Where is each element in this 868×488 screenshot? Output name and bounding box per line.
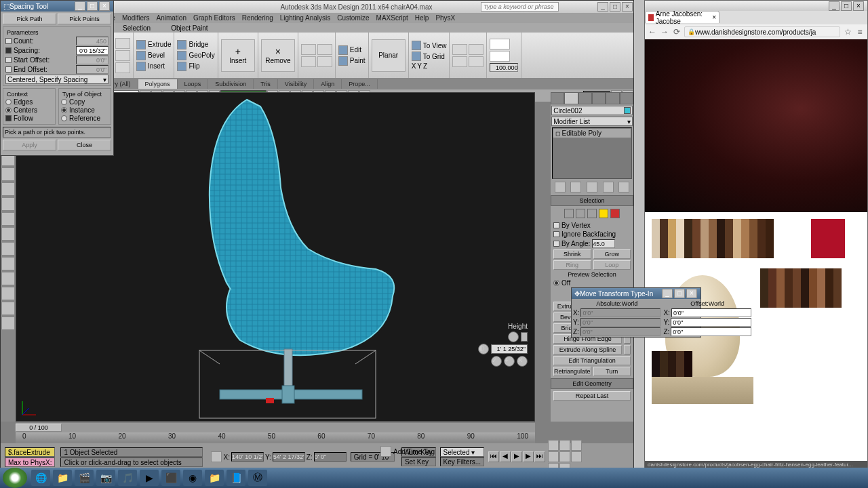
by-angle-spinner[interactable] xyxy=(592,239,615,248)
chk-ignore-backfacing[interactable] xyxy=(553,231,559,237)
reload-button[interactable]: ⟳ xyxy=(672,27,682,37)
viewport-nav-button[interactable] xyxy=(559,440,570,451)
taskbar-ie-icon[interactable]: 🌐 xyxy=(31,470,50,486)
mt-close[interactable]: × xyxy=(686,289,697,298)
close-button[interactable]: × xyxy=(622,2,633,12)
ribbon-remove-large[interactable]: ×Remove xyxy=(261,39,295,72)
left-tool[interactable] xyxy=(1,182,15,196)
ribbon-swatch[interactable] xyxy=(490,39,510,49)
br-close[interactable]: × xyxy=(853,1,864,11)
subtab-loops[interactable]: Loops xyxy=(178,79,209,89)
st-minimize[interactable]: _ xyxy=(75,1,85,11)
menu-maxscript[interactable]: MAXScript xyxy=(376,14,408,22)
tab-motion[interactable] xyxy=(592,92,606,104)
taskbar-3dsmax-icon[interactable]: Ⓜ xyxy=(248,470,267,486)
taskbar-app-icon[interactable]: ⬛ xyxy=(161,470,180,486)
btn-ring[interactable]: Ring xyxy=(553,260,591,270)
keyfilters-button[interactable]: Key Filters... xyxy=(440,457,485,466)
start-offset-spinner[interactable] xyxy=(76,56,108,64)
address-bar[interactable]: 🔒 www.danishdesignstore.com/products/ja xyxy=(684,26,840,37)
close-button[interactable]: Close xyxy=(58,140,111,150)
ribbon-icon[interactable] xyxy=(317,56,332,67)
viewport-nav-button[interactable] xyxy=(571,451,582,462)
start-button[interactable] xyxy=(3,468,27,488)
axis-x[interactable]: X xyxy=(412,62,416,70)
play-button[interactable]: ▶ xyxy=(511,451,522,462)
move-typein-titlebar[interactable]: ✥ Move Transform Type-In _ □ × xyxy=(572,288,701,299)
caddy-cancel-button[interactable]: ✕ xyxy=(517,356,528,367)
add-time-tag[interactable]: Add Time Tag xyxy=(393,448,435,455)
lock-selection-icon[interactable] xyxy=(211,451,222,462)
rollout-selection[interactable]: Selection xyxy=(551,195,633,206)
webpage-content[interactable] xyxy=(645,39,867,460)
menu-animation[interactable]: Animation xyxy=(156,14,186,22)
stack-remove-button[interactable] xyxy=(603,182,614,192)
btn-repeat-last[interactable]: Repeat Last xyxy=(553,391,631,401)
apply-button[interactable]: Apply xyxy=(3,140,56,150)
goto-end-button[interactable]: ⏭ xyxy=(534,451,545,462)
abs-x-input[interactable] xyxy=(580,308,660,317)
axis-y[interactable]: Y xyxy=(417,62,422,70)
radio-edges[interactable] xyxy=(5,99,12,105)
back-button[interactable]: ← xyxy=(648,27,657,37)
help-search-input[interactable] xyxy=(481,2,559,12)
ribbon-icon[interactable] xyxy=(115,50,130,61)
stack-config-button[interactable] xyxy=(618,182,629,192)
spacing-tool-titlebar[interactable]: ⬚ Spacing Tool _ □ × xyxy=(1,1,113,12)
btn-retriangulate[interactable]: Retriangulate xyxy=(553,367,591,376)
ribbon-insert-large[interactable]: +Insert xyxy=(221,39,255,72)
btn-loop[interactable]: Loop xyxy=(593,260,631,270)
ribbon-icon[interactable] xyxy=(469,44,484,55)
br-maximize[interactable]: □ xyxy=(841,1,852,11)
left-tool[interactable] xyxy=(1,212,15,226)
taskbar-app-icon[interactable]: ▶ xyxy=(140,470,159,486)
left-tool[interactable] xyxy=(1,167,15,181)
goto-start-button[interactable]: ⏮ xyxy=(488,451,499,462)
ribbon-icon[interactable] xyxy=(301,44,316,55)
left-tool[interactable] xyxy=(1,242,15,256)
btn-grow[interactable]: Grow xyxy=(593,249,631,259)
subtab-properties[interactable]: Prope... xyxy=(342,79,378,89)
pick-points-button[interactable]: Pick Points xyxy=(58,14,111,24)
abs-z-input[interactable] xyxy=(580,327,661,336)
caddy-height-input[interactable] xyxy=(491,344,528,354)
ribbon-extrude[interactable]: Extrude xyxy=(148,41,171,48)
taskbar-app-icon[interactable]: 🎵 xyxy=(118,470,137,486)
modifier-stack[interactable]: ◻ Editable Poly xyxy=(552,127,632,179)
ribbon-paint[interactable]: Paint xyxy=(350,57,366,64)
ribbon-planar[interactable]: Planar xyxy=(372,39,406,72)
chk-spacing[interactable] xyxy=(5,47,12,54)
stack-pin-button[interactable] xyxy=(555,182,566,192)
subobj-polygon[interactable] xyxy=(599,209,608,218)
caddy-spinner-icon[interactable]: ◐ xyxy=(478,344,489,354)
subobj-border[interactable] xyxy=(587,209,597,218)
chk-end-offset[interactable] xyxy=(5,66,12,73)
left-tool[interactable] xyxy=(1,317,15,330)
ribbon-icon[interactable] xyxy=(115,38,130,49)
left-tool[interactable] xyxy=(1,257,15,270)
maximize-button[interactable]: □ xyxy=(610,2,620,12)
left-tool[interactable] xyxy=(1,302,15,315)
chk-count[interactable] xyxy=(5,38,12,44)
radio-reference[interactable] xyxy=(61,115,67,121)
ribbon-tab-objectpaint[interactable]: Object Paint xyxy=(171,24,208,32)
btn-shrink[interactable]: Shrink xyxy=(553,249,591,259)
pick-path-button[interactable]: Pick Path xyxy=(3,14,56,24)
left-tool[interactable] xyxy=(1,272,15,285)
ribbon-togrid[interactable]: To Grid xyxy=(423,53,445,60)
time-slider[interactable]: 0 / 100 xyxy=(16,423,535,432)
menu-help[interactable]: Help xyxy=(415,14,429,22)
menu-modifiers[interactable]: Modifiers xyxy=(122,14,150,22)
forward-button[interactable]: → xyxy=(660,27,669,37)
end-offset-spinner[interactable] xyxy=(76,65,108,74)
subtab-polygons[interactable]: Polygons xyxy=(138,79,178,89)
minimize-button[interactable]: _ xyxy=(597,2,608,12)
menu-rendering[interactable]: Rendering xyxy=(242,14,273,22)
tab-modify[interactable] xyxy=(564,92,578,104)
subtab-visibility[interactable]: Visibility xyxy=(278,79,314,89)
red-swatch[interactable] xyxy=(811,219,845,258)
subobj-edge[interactable] xyxy=(576,209,585,218)
ribbon-toview[interactable]: To View xyxy=(423,42,447,49)
ribbon-icon[interactable] xyxy=(301,56,316,67)
st-close[interactable]: × xyxy=(99,1,110,11)
